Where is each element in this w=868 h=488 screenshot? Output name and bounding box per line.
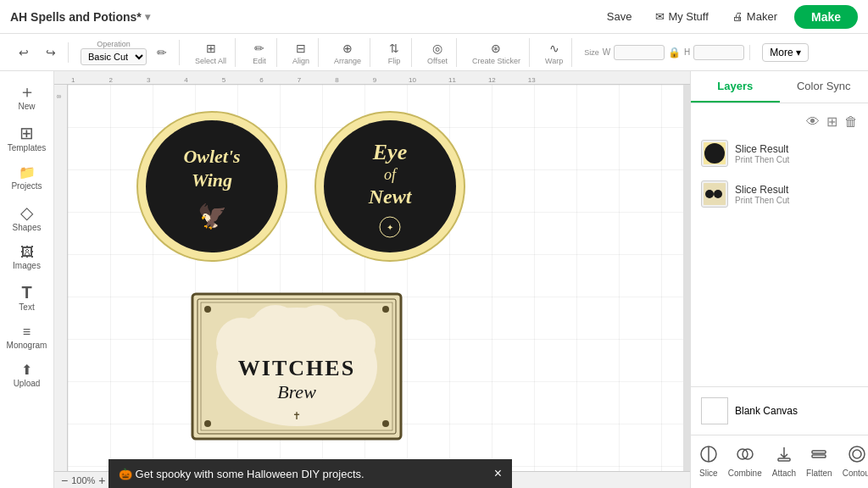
- combine-tool[interactable]: Combine: [723, 442, 767, 481]
- sidebar-item-shapes[interactable]: ◇ Shapes: [3, 199, 51, 237]
- upload-icon: ⬆: [21, 363, 32, 377]
- edit-pen-button[interactable]: ✏: [150, 42, 174, 63]
- maker-button[interactable]: 🖨 Maker: [726, 7, 784, 26]
- vertical-scrollbar[interactable]: [683, 85, 690, 471]
- sidebar-item-text[interactable]: T Text: [3, 279, 51, 317]
- flatten-label: Flatten: [806, 469, 832, 478]
- size-label: Size: [584, 48, 599, 57]
- my-stuff-label: My Stuff: [668, 10, 708, 23]
- undo-button[interactable]: ↩: [12, 42, 36, 63]
- width-input[interactable]: [614, 45, 665, 60]
- contour-tool[interactable]: Contour: [837, 442, 868, 481]
- project-title-chevron[interactable]: ▾: [145, 11, 150, 23]
- layer-2-sub: Print Then Cut: [735, 196, 858, 205]
- select-all-button[interactable]: ⊞ Select All: [192, 38, 230, 67]
- flatten-tool[interactable]: Flatten: [801, 442, 837, 481]
- shapes-label: Shapes: [13, 223, 42, 232]
- more-button[interactable]: More ▾: [762, 43, 809, 62]
- notification-close-button[interactable]: ×: [494, 466, 502, 481]
- sidebar-item-monogram[interactable]: ≡ Monogram: [3, 320, 51, 355]
- sidebar-item-upload[interactable]: ⬆ Upload: [3, 358, 51, 393]
- svg-point-39: [849, 446, 865, 462]
- redo-button[interactable]: ↪: [39, 42, 63, 63]
- sidebar-item-new[interactable]: ＋ New: [3, 78, 51, 116]
- edit-button[interactable]: ✏ Edit: [248, 38, 271, 67]
- witches-brew-artwork[interactable]: WITCHES Brew ✝: [191, 292, 403, 441]
- notification-bar: 🎃 Get spooky with some Halloween DIY pro…: [108, 459, 512, 488]
- images-label: Images: [13, 261, 41, 270]
- svg-text:WITCHES: WITCHES: [238, 356, 355, 380]
- owlets-wing-artwork[interactable]: Owlet's Wing 🦅: [136, 110, 288, 263]
- svg-point-23: [204, 306, 211, 313]
- sidebar-item-projects[interactable]: 📁 Projects: [3, 161, 51, 196]
- offset-group: ◎ Offset: [419, 38, 457, 67]
- offset-icon: ◎: [429, 40, 446, 57]
- svg-point-28: [704, 143, 725, 164]
- height-input[interactable]: [693, 45, 744, 60]
- create-sticker-group: ⊛ Create Sticker: [464, 38, 530, 67]
- operation-select[interactable]: Basic Cut: [81, 48, 147, 65]
- layers-visibility-button[interactable]: 👁: [806, 114, 820, 130]
- warp-button[interactable]: ∿ Warp: [542, 38, 566, 67]
- layer-item-1[interactable]: Slice Result Print Then Cut: [691, 133, 868, 174]
- svg-point-25: [204, 420, 211, 427]
- attach-tool[interactable]: Attach: [767, 442, 801, 481]
- warp-group: ∿ Warp: [537, 38, 572, 67]
- align-group: ⊟ Align: [284, 38, 319, 67]
- layers-group-button[interactable]: ⊞: [826, 114, 837, 130]
- flip-label: Flip: [388, 57, 401, 65]
- arrange-label: Arrange: [334, 57, 361, 65]
- color-sync-tab-label: Color Sync: [797, 80, 851, 92]
- blank-canvas-item[interactable]: Blank Canvas: [701, 394, 858, 428]
- flip-button[interactable]: ⇅ Flip: [382, 38, 406, 67]
- arrange-button[interactable]: ⊕ Arrange: [331, 38, 364, 67]
- notification-text: 🎃 Get spooky with some Halloween DIY pro…: [119, 468, 364, 480]
- canvas-content[interactable]: Owlet's Wing 🦅 Eye of Newt: [68, 85, 690, 471]
- my-stuff-button[interactable]: ✉ My Stuff: [648, 7, 715, 26]
- align-button[interactable]: ⊟ Align: [289, 38, 313, 67]
- align-icon: ⊟: [292, 40, 309, 57]
- svg-point-30: [705, 190, 714, 198]
- zoom-in-button[interactable]: +: [98, 474, 105, 487]
- maker-label: Maker: [747, 10, 777, 23]
- layer-1-name: Slice Result: [735, 143, 858, 155]
- create-sticker-button[interactable]: ⊛ Create Sticker: [469, 38, 524, 67]
- envelope-icon: ✉: [655, 10, 665, 23]
- offset-button[interactable]: ◎ Offset: [424, 38, 451, 67]
- select-all-label: Select All: [195, 57, 226, 65]
- slice-tool[interactable]: Slice: [694, 442, 723, 481]
- new-label: New: [18, 102, 35, 111]
- tab-color-sync[interactable]: Color Sync: [780, 71, 869, 103]
- redo-icon: ↪: [42, 44, 59, 61]
- attach-label: Attach: [772, 469, 796, 478]
- sidebar-item-images[interactable]: 🖼 Images: [3, 241, 51, 275]
- history-group: ↩ ↪: [7, 42, 69, 63]
- plus-icon: ＋: [19, 83, 36, 100]
- sidebar-item-templates[interactable]: ⊞ Templates: [3, 119, 51, 158]
- tab-layers[interactable]: Layers: [691, 71, 780, 103]
- svg-text:Newt: Newt: [368, 186, 413, 208]
- toolbar: ↩ ↪ Operation Basic Cut ✏ ⊞ Select All ✏…: [0, 34, 868, 71]
- canvas-area[interactable]: 1 2 3 4 5 6 7 8 9 10 11 12 13 12345678: [54, 71, 690, 488]
- layer-1-thumb: [701, 140, 728, 167]
- zoom-control: − 100% +: [61, 474, 106, 487]
- edit-icon: ✏: [251, 40, 268, 57]
- ruler-left: 12345678: [54, 85, 68, 471]
- monogram-label: Monogram: [7, 341, 47, 350]
- layers-actions: 👁 ⊞ 🗑: [691, 110, 868, 133]
- layers-delete-button[interactable]: 🗑: [844, 114, 858, 130]
- eye-of-newt-artwork[interactable]: Eye of Newt ✦: [314, 110, 466, 263]
- layer-item-2[interactable]: Slice Result Print Then Cut: [691, 174, 868, 214]
- layer-2-thumb: [701, 180, 728, 208]
- make-button[interactable]: Make: [794, 5, 858, 29]
- layer-2-info: Slice Result Print Then Cut: [735, 184, 858, 205]
- svg-rect-36: [778, 458, 790, 461]
- attach-icon: [776, 446, 793, 467]
- flatten-icon: [810, 446, 827, 467]
- undo-icon: ↩: [15, 44, 32, 61]
- save-button[interactable]: Save: [600, 7, 639, 26]
- zoom-out-button[interactable]: −: [61, 474, 68, 487]
- topbar: AH Spells and Potions* ▾ Save ✉ My Stuff…: [0, 0, 868, 34]
- align-label: Align: [292, 57, 309, 65]
- offset-label: Offset: [427, 57, 448, 65]
